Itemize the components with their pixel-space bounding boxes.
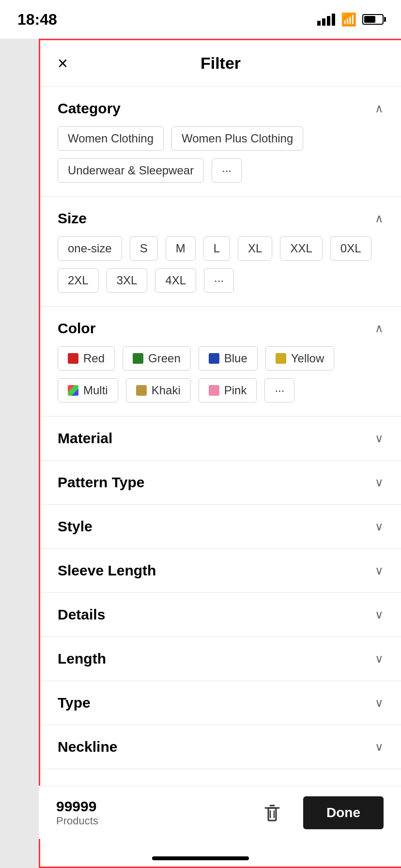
- wifi-icon: 📶: [341, 12, 356, 27]
- color-section: Color ∧ Red Green Blue Yellow Multi: [40, 307, 401, 417]
- size-title: Size: [58, 210, 87, 227]
- home-indicator: [152, 856, 249, 860]
- tag-l[interactable]: L: [203, 236, 230, 261]
- tag-women-clothing[interactable]: Women Clothing: [58, 126, 164, 151]
- pattern-type-chevron: ∨: [375, 476, 384, 489]
- details-section: Details ∨: [40, 593, 401, 637]
- filter-footer: 99999 Products Done: [39, 786, 401, 839]
- category-tags: Women Clothing Women Plus Clothing Under…: [58, 126, 384, 183]
- clear-filter-button[interactable]: [255, 795, 290, 830]
- tag-category-more[interactable]: ···: [212, 158, 242, 183]
- neckline-section: Neckline ∨: [40, 725, 401, 769]
- style-section: Style ∨: [40, 505, 401, 549]
- material-section: Material ∨: [40, 417, 401, 461]
- status-bar: 18:48 📶: [0, 0, 401, 39]
- footer-actions: Done: [255, 795, 384, 830]
- color-section-header[interactable]: Color ∧: [58, 320, 384, 337]
- filter-title: Filter: [200, 54, 241, 73]
- tag-green[interactable]: Green: [123, 346, 191, 371]
- tag-khaki[interactable]: Khaki: [126, 378, 191, 403]
- tag-pink[interactable]: Pink: [199, 378, 257, 403]
- length-chevron: ∨: [375, 652, 384, 666]
- type-section: Type ∨: [40, 681, 401, 725]
- neckline-title: Neckline: [58, 739, 117, 755]
- style-chevron: ∨: [375, 520, 384, 533]
- filter-header: × Filter: [40, 40, 401, 87]
- type-chevron: ∨: [375, 696, 384, 710]
- tag-s[interactable]: S: [130, 236, 158, 261]
- sleeve-length-chevron: ∨: [375, 564, 384, 577]
- category-section: Category ∧ Women Clothing Women Plus Clo…: [40, 87, 401, 197]
- pattern-type-section-header[interactable]: Pattern Type ∨: [58, 474, 384, 491]
- tag-2xl[interactable]: 2XL: [58, 268, 99, 293]
- category-chevron: ∧: [375, 102, 384, 115]
- tag-yellow[interactable]: Yellow: [265, 346, 335, 371]
- multi-swatch: [68, 385, 78, 396]
- red-swatch: [68, 353, 78, 364]
- tag-xxl[interactable]: XXL: [280, 236, 322, 261]
- style-title: Style: [58, 518, 93, 535]
- tag-red[interactable]: Red: [58, 346, 115, 371]
- type-section-header[interactable]: Type ∨: [58, 695, 384, 711]
- color-tags: Red Green Blue Yellow Multi Khaki: [58, 346, 384, 403]
- tag-0xl[interactable]: 0XL: [330, 236, 371, 261]
- tag-women-plus-clothing[interactable]: Women Plus Clothing: [171, 126, 303, 151]
- products-label: Products: [56, 815, 98, 827]
- neckline-section-header[interactable]: Neckline ∨: [58, 739, 384, 755]
- tag-4xl[interactable]: 4XL: [155, 268, 196, 293]
- tag-color-more[interactable]: ···: [264, 378, 294, 403]
- neckline-chevron: ∨: [375, 740, 384, 754]
- signal-icon: [317, 14, 335, 26]
- details-title: Details: [58, 606, 105, 623]
- tag-size-more[interactable]: ···: [204, 268, 234, 293]
- tag-one-size[interactable]: one-size: [58, 236, 122, 261]
- size-section-header[interactable]: Size ∧: [58, 210, 384, 227]
- filter-body: Category ∧ Women Clothing Women Plus Clo…: [40, 87, 401, 867]
- category-section-header[interactable]: Category ∧: [58, 100, 384, 117]
- green-swatch: [133, 353, 143, 364]
- material-title: Material: [58, 430, 112, 447]
- size-tags: one-size S M L XL XXL 0XL 2XL 3XL 4XL ··…: [58, 236, 384, 293]
- pattern-type-section: Pattern Type ∨: [40, 461, 401, 505]
- tag-underwear-sleepwear[interactable]: Underwear & Sleepwear: [58, 158, 204, 183]
- material-section-header[interactable]: Material ∨: [58, 430, 384, 447]
- category-title: Category: [58, 100, 121, 117]
- close-button[interactable]: ×: [58, 55, 68, 72]
- details-section-header[interactable]: Details ∨: [58, 606, 384, 623]
- trash-icon: [262, 801, 283, 824]
- sleeve-length-section-header[interactable]: Sleeve Length ∨: [58, 562, 384, 579]
- khaki-swatch: [136, 385, 147, 396]
- pink-swatch: [209, 385, 219, 396]
- battery-icon: [362, 14, 384, 25]
- yellow-swatch: [276, 353, 286, 364]
- filter-panel: × Filter Category ∧ Women Clothing Women…: [39, 39, 401, 868]
- tag-blue[interactable]: Blue: [199, 346, 258, 371]
- type-title: Type: [58, 695, 91, 711]
- status-icons: 📶: [317, 12, 384, 27]
- tag-3xl[interactable]: 3XL: [107, 268, 148, 293]
- products-count-container: 99999 Products: [56, 798, 98, 827]
- tag-multi[interactable]: Multi: [58, 378, 118, 403]
- sleeve-length-title: Sleeve Length: [58, 562, 156, 579]
- material-chevron: ∨: [375, 432, 384, 445]
- tag-m[interactable]: M: [166, 236, 196, 261]
- style-section-header[interactable]: Style ∨: [58, 518, 384, 535]
- tag-xl[interactable]: XL: [238, 236, 272, 261]
- color-title: Color: [58, 320, 95, 337]
- pattern-type-title: Pattern Type: [58, 474, 145, 491]
- color-chevron: ∧: [375, 322, 384, 335]
- sleeve-length-section: Sleeve Length ∨: [40, 549, 401, 593]
- size-section: Size ∧ one-size S M L XL XXL 0XL 2XL 3XL…: [40, 197, 401, 307]
- done-button[interactable]: Done: [303, 796, 384, 829]
- status-time: 18:48: [17, 11, 57, 29]
- products-number: 99999: [56, 798, 98, 815]
- blue-swatch: [209, 353, 219, 364]
- size-chevron: ∧: [375, 212, 384, 225]
- svg-rect-0: [268, 808, 276, 821]
- details-chevron: ∨: [375, 608, 384, 621]
- length-section: Length ∨: [40, 637, 401, 681]
- length-section-header[interactable]: Length ∨: [58, 651, 384, 667]
- length-title: Length: [58, 651, 106, 667]
